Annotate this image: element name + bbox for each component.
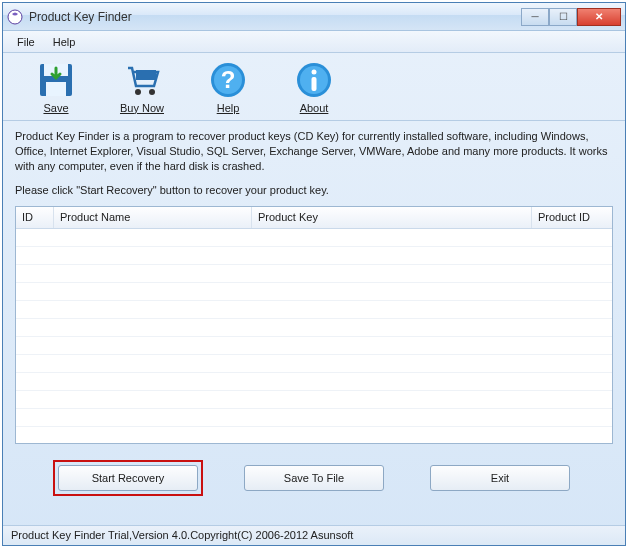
svg-rect-13 — [312, 77, 317, 91]
table-row — [16, 391, 612, 409]
buynow-button[interactable]: Buy Now — [113, 60, 171, 114]
table-row — [16, 247, 612, 265]
svg-point-5 — [135, 89, 141, 95]
table-row — [16, 355, 612, 373]
table-row — [16, 337, 612, 355]
table-row — [16, 319, 612, 337]
table-row — [16, 427, 612, 444]
results-table: ID Product Name Product Key Product ID — [15, 206, 613, 444]
col-product-key[interactable]: Product Key — [252, 207, 532, 228]
about-label: About — [300, 102, 329, 114]
window-controls: ─ ☐ ✕ — [521, 8, 621, 26]
toolbar: Save Buy Now ? Help About — [3, 53, 625, 121]
help-icon: ? — [208, 60, 248, 100]
table-row — [16, 409, 612, 427]
maximize-button[interactable]: ☐ — [549, 8, 577, 26]
table-header: ID Product Name Product Key Product ID — [16, 207, 612, 229]
menu-file[interactable]: File — [9, 34, 43, 50]
table-row — [16, 229, 612, 247]
buynow-label: Buy Now — [120, 102, 164, 114]
save-to-file-button[interactable]: Save To File — [244, 465, 384, 491]
col-product-id[interactable]: Product ID — [532, 207, 612, 228]
button-row: Start Recovery Save To File Exit — [15, 444, 613, 506]
exit-button[interactable]: Exit — [430, 465, 570, 491]
table-row — [16, 265, 612, 283]
menu-help[interactable]: Help — [45, 34, 84, 50]
start-recovery-highlight: Start Recovery — [53, 460, 203, 496]
table-row — [16, 373, 612, 391]
titlebar[interactable]: Product Key Finder ─ ☐ ✕ — [3, 3, 625, 31]
app-icon — [7, 9, 23, 25]
col-product-name[interactable]: Product Name — [54, 207, 252, 228]
svg-text:?: ? — [221, 66, 236, 93]
menubar: File Help — [3, 31, 625, 53]
svg-point-0 — [8, 10, 22, 24]
window-title: Product Key Finder — [29, 10, 521, 24]
help-label: Help — [217, 102, 240, 114]
close-button[interactable]: ✕ — [577, 8, 621, 26]
app-window: Product Key Finder ─ ☐ ✕ File Help Save … — [2, 2, 626, 546]
statusbar: Product Key Finder Trial,Version 4.0.Cop… — [3, 525, 625, 545]
save-button[interactable]: Save — [27, 60, 85, 114]
svg-rect-4 — [136, 70, 156, 80]
table-row — [16, 301, 612, 319]
save-icon — [36, 60, 76, 100]
table-body — [16, 229, 612, 444]
about-button[interactable]: About — [285, 60, 343, 114]
table-row — [16, 283, 612, 301]
svg-point-12 — [312, 69, 317, 74]
cart-icon — [122, 60, 162, 100]
help-button[interactable]: ? Help — [199, 60, 257, 114]
instruction-text: Please click "Start Recovery" button to … — [15, 184, 613, 196]
svg-point-6 — [149, 89, 155, 95]
description-text: Product Key Finder is a program to recov… — [15, 129, 613, 174]
content-area: Product Key Finder is a program to recov… — [3, 121, 625, 510]
start-recovery-button[interactable]: Start Recovery — [58, 465, 198, 491]
col-id[interactable]: ID — [16, 207, 54, 228]
info-icon — [294, 60, 334, 100]
svg-rect-3 — [46, 82, 66, 96]
save-label: Save — [43, 102, 68, 114]
minimize-button[interactable]: ─ — [521, 8, 549, 26]
